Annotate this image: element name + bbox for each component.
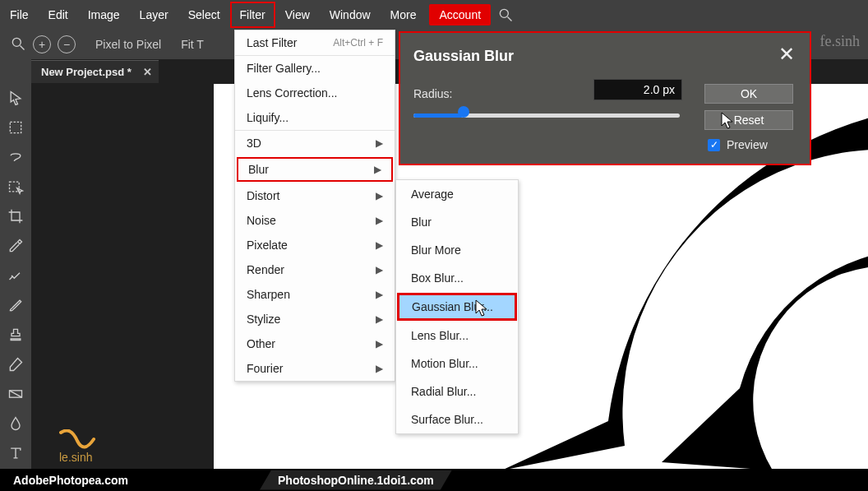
menu-distort[interactable]: Distort▶ bbox=[235, 183, 395, 208]
submenu-arrow-icon: ▶ bbox=[374, 164, 381, 175]
submenu-arrow-icon: ▶ bbox=[376, 190, 383, 201]
submenu-average[interactable]: Average bbox=[396, 180, 518, 208]
menu-liquify[interactable]: Liquify... bbox=[235, 105, 395, 130]
submenu-radial-blur[interactable]: Radial Blur... bbox=[396, 378, 518, 405]
blur-tool-icon[interactable] bbox=[5, 413, 26, 434]
slider-fill bbox=[413, 113, 463, 118]
move-tool-icon[interactable] bbox=[5, 87, 26, 109]
menu-render[interactable]: Render▶ bbox=[235, 257, 395, 282]
submenu-blur-more[interactable]: Blur More bbox=[396, 236, 518, 264]
submenu-arrow-icon: ▶ bbox=[376, 215, 383, 226]
slider-thumb[interactable] bbox=[458, 106, 469, 118]
toolbox bbox=[0, 30, 31, 469]
document-tab[interactable]: New Project.psd * ✕ bbox=[31, 60, 159, 83]
document-tab-name: New Project.psd * bbox=[41, 66, 132, 78]
menu-file[interactable]: File bbox=[0, 2, 39, 28]
svg-point-2 bbox=[12, 38, 21, 46]
menu-blur[interactable]: Blur▶ bbox=[237, 157, 393, 182]
footer-left: AdobePhotopea.com bbox=[13, 474, 128, 487]
radius-input[interactable] bbox=[593, 79, 682, 100]
svg-marker-4 bbox=[11, 92, 21, 105]
preview-label: Preview bbox=[727, 138, 768, 151]
menu-filter[interactable]: Filter bbox=[230, 2, 275, 28]
pixel-to-pixel-button[interactable]: Pixel to Pixel bbox=[95, 38, 161, 51]
menu-image[interactable]: Image bbox=[78, 2, 130, 28]
blur-submenu: Average Blur Blur More Box Blur... Gauss… bbox=[395, 179, 519, 434]
zoom-out-button[interactable]: − bbox=[58, 35, 76, 53]
submenu-blur[interactable]: Blur bbox=[396, 208, 518, 236]
menu-filter-gallery[interactable]: Filter Gallery... bbox=[235, 56, 395, 81]
eraser-tool-icon[interactable] bbox=[5, 354, 26, 375]
search-icon[interactable] bbox=[497, 7, 514, 23]
svg-line-3 bbox=[21, 45, 25, 49]
svg-point-0 bbox=[500, 9, 508, 17]
submenu-arrow-icon: ▶ bbox=[376, 313, 383, 325]
watermark: fe.sinh bbox=[820, 33, 861, 50]
menu-noise[interactable]: Noise▶ bbox=[235, 208, 395, 233]
submenu-arrow-icon: ▶ bbox=[376, 239, 383, 251]
crop-tool-icon[interactable] bbox=[5, 206, 26, 227]
lasso-tool-icon[interactable] bbox=[5, 146, 26, 168]
submenu-gaussian-blur[interactable]: Gaussian Blur... bbox=[397, 293, 517, 321]
radius-slider[interactable] bbox=[413, 109, 680, 121]
submenu-arrow-icon: ▶ bbox=[376, 363, 383, 374]
submenu-lens-blur[interactable]: Lens Blur... bbox=[396, 322, 518, 350]
footer: AdobePhotopea.com PhotoshopOnline.1doi1.… bbox=[0, 469, 868, 491]
menu-fourier[interactable]: Fourier▶ bbox=[235, 356, 395, 381]
menu-shortcut: Alt+Ctrl + F bbox=[333, 37, 383, 49]
menu-select[interactable]: Select bbox=[178, 2, 230, 28]
radius-label: Radius: bbox=[413, 87, 452, 100]
gradient-tool-icon[interactable] bbox=[5, 383, 26, 405]
menu-label: Last Filter bbox=[247, 36, 297, 49]
submenu-surface-blur[interactable]: Surface Blur... bbox=[396, 405, 518, 433]
footer-center: PhotoshopOnline.1doi1.com bbox=[260, 470, 452, 490]
submenu-arrow-icon: ▶ bbox=[376, 338, 383, 350]
marquee-tool-icon[interactable] bbox=[5, 117, 26, 138]
check-icon: ✓ bbox=[708, 139, 720, 151]
zoom-in-button[interactable]: + bbox=[33, 35, 51, 53]
menu-last-filter[interactable]: Last Filter Alt+Ctrl + F bbox=[235, 30, 395, 55]
submenu-motion-blur[interactable]: Motion Blur... bbox=[396, 350, 518, 378]
menu-pixelate[interactable]: Pixelate▶ bbox=[235, 233, 395, 257]
svg-line-8 bbox=[10, 391, 22, 397]
svg-rect-5 bbox=[10, 122, 21, 132]
close-dialog-icon[interactable]: ✕ bbox=[775, 43, 798, 66]
menubar: File Edit Image Layer Select Filter View… bbox=[0, 0, 868, 30]
menu-layer[interactable]: Layer bbox=[130, 2, 178, 28]
menu-other[interactable]: Other▶ bbox=[235, 331, 395, 356]
menu-more[interactable]: More bbox=[381, 2, 427, 28]
brush-tool-icon[interactable] bbox=[5, 294, 26, 316]
close-tab-icon[interactable]: ✕ bbox=[143, 66, 152, 78]
type-tool-icon[interactable] bbox=[5, 442, 26, 464]
menu-edit[interactable]: Edit bbox=[39, 2, 78, 28]
svg-line-1 bbox=[508, 17, 512, 21]
menu-lens-correction[interactable]: Lens Correction... bbox=[235, 81, 395, 105]
preview-checkbox[interactable]: ✓ Preview bbox=[708, 138, 768, 151]
document-tabs: New Project.psd * ✕ bbox=[31, 59, 159, 84]
zoom-tool-icon[interactable] bbox=[10, 35, 26, 54]
submenu-arrow-icon: ▶ bbox=[376, 289, 383, 300]
submenu-arrow-icon: ▶ bbox=[376, 264, 383, 276]
watermark: le.sinh bbox=[59, 429, 95, 465]
menu-view[interactable]: View bbox=[275, 2, 320, 28]
fit-to-screen-button[interactable]: Fit T bbox=[181, 38, 204, 51]
submenu-arrow-icon: ▶ bbox=[376, 137, 383, 149]
ok-button[interactable]: OK bbox=[704, 84, 793, 104]
menu-stylize[interactable]: Stylize▶ bbox=[235, 307, 395, 331]
quick-select-tool-icon[interactable] bbox=[5, 176, 26, 197]
reset-button[interactable]: Reset bbox=[704, 110, 793, 130]
dialog-title: Gaussian Blur bbox=[413, 48, 514, 65]
menu-account[interactable]: Account bbox=[429, 4, 491, 25]
menu-sharpen[interactable]: Sharpen▶ bbox=[235, 282, 395, 307]
eyedropper-tool-icon[interactable] bbox=[5, 235, 26, 257]
gaussian-blur-dialog: Gaussian Blur ✕ Radius: OK Reset ✓ Previ… bbox=[399, 31, 811, 165]
menu-window[interactable]: Window bbox=[320, 2, 381, 28]
menu-3d[interactable]: 3D▶ bbox=[235, 131, 395, 155]
stamp-tool-icon[interactable] bbox=[5, 324, 26, 345]
heal-tool-icon[interactable] bbox=[5, 265, 26, 286]
submenu-box-blur[interactable]: Box Blur... bbox=[396, 264, 518, 292]
filter-menu: Last Filter Alt+Ctrl + F Filter Gallery.… bbox=[234, 30, 395, 382]
